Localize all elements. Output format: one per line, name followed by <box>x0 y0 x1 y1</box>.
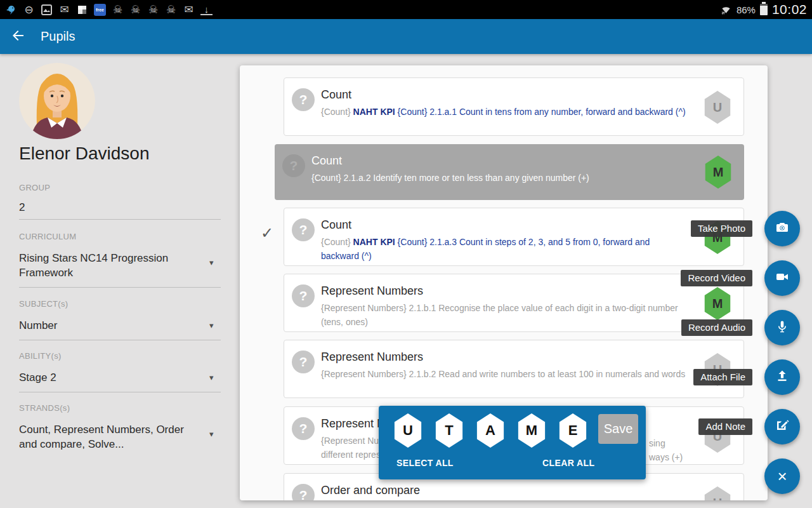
ability-label: ABILITY(s) <box>19 351 62 361</box>
monster-icon: ☠ <box>112 4 124 16</box>
add-note-tooltip: Add Note <box>698 418 752 435</box>
pupil-name: Elenor Davidson <box>19 144 149 164</box>
assessment-title: Count <box>321 87 702 102</box>
add-note-button[interactable] <box>764 409 800 444</box>
statement-fragment: ways (+) <box>649 450 683 464</box>
divider <box>19 392 221 392</box>
assessment-description: {Represent Numbers} 2.1.b.1 Recognise th… <box>321 301 702 329</box>
pupil-avatar <box>19 63 95 139</box>
chevron-down-icon: ▾ <box>209 321 214 330</box>
take-photo-button[interactable] <box>764 211 800 246</box>
twitter-bird-icon <box>5 4 17 16</box>
curriculum-select[interactable]: Rising Stars NC14 Progression Framework <box>19 251 203 280</box>
page-title: Pupils <box>41 29 75 44</box>
question-mark-icon[interactable]: ? <box>292 284 315 307</box>
save-button[interactable]: Save <box>598 414 638 444</box>
kpi-tag: NAHT KPI <box>353 107 398 117</box>
assessment-row[interactable]: ? Count {Count} NAHT KPI {Count} 2.1.a.1… <box>284 77 744 136</box>
email-badge-icon: ✉ <box>183 4 195 16</box>
question-mark-icon[interactable]: ? <box>292 218 315 241</box>
clear-all-button[interactable]: CLEAR ALL <box>542 458 594 468</box>
assessment-description: {Count} NAHT KPI {Count} 2.1.a.1 Count i… <box>321 105 702 119</box>
question-mark-icon[interactable]: ? <box>292 88 315 111</box>
monster-icon: ☠ <box>129 4 141 16</box>
question-mark-icon[interactable]: ? <box>292 417 315 440</box>
select-all-button[interactable]: SELECT ALL <box>396 458 454 468</box>
assessment-row[interactable]: ? Represent Numbers {Represent Numbers} … <box>284 274 744 332</box>
monster-icon: ☠ <box>165 4 177 16</box>
record-video-button[interactable] <box>764 260 800 296</box>
attach-file-button[interactable] <box>764 359 800 395</box>
assessment-row-selected[interactable]: ? Count {Count} 2.1.a.2 Identify ten mor… <box>275 144 744 200</box>
assessment-title: Order and compare <box>321 483 702 498</box>
strand-tag: {Count} <box>321 107 353 117</box>
chevron-down-icon: ▾ <box>209 258 214 267</box>
statement-text: {Represent Numbers} 2.1.b.1 Recognise th… <box>321 303 678 327</box>
grade-select-popup: U T A M E Save SELECT ALL CLEAR ALL <box>379 406 646 479</box>
app-bar: Pupils <box>0 19 812 54</box>
grade-option-u[interactable]: U <box>393 413 423 448</box>
divider <box>19 340 221 340</box>
ability-select[interactable]: Stage 2 <box>19 370 203 385</box>
close-actions-button[interactable]: × <box>764 458 800 494</box>
question-mark-icon[interactable]: ? <box>282 154 305 177</box>
email-icon: ✉ <box>58 4 70 16</box>
assessment-description: {Represent Numbers} 2.1.b.2 Read and wri… <box>321 367 702 381</box>
record-audio-button[interactable] <box>764 310 800 345</box>
group-value: 2 <box>19 200 203 215</box>
battery-percent: 86% <box>737 4 756 15</box>
assessment-title: Represent Numbers <box>321 349 702 364</box>
blocked-icon: ⊖ <box>23 4 35 16</box>
compose-icon <box>775 418 790 436</box>
grade-option-e[interactable]: E <box>558 413 588 448</box>
notification-icons: ⊖ ✉ free ☠ ☠ ☠ ☠ ✉ ↓ <box>5 4 213 16</box>
subject-select[interactable]: Number <box>19 318 203 333</box>
assessment-title: Represent Numbers <box>321 283 702 298</box>
record-video-tooltip: Record Video <box>681 270 752 286</box>
microphone-icon <box>775 319 790 337</box>
statement-text: {Count} 2.1.a.2 Identify ten more or ten… <box>311 173 589 183</box>
attach-file-tooltip: Attach File <box>693 369 752 385</box>
curriculum-label: CURRICULUM <box>19 232 76 241</box>
assessment-description: {Count} 2.1.a.2 Identify ten more or ten… <box>311 171 692 185</box>
status-bar: ⊖ ✉ free ☠ ☠ ☠ ☠ ✉ ↓ 86% 10:02 <box>0 0 812 19</box>
assessment-row[interactable]: ? Represent Numbers {Represent Numbers} … <box>284 340 744 398</box>
group-label: GROUP <box>19 183 50 192</box>
clock: 10:02 <box>772 2 807 17</box>
strands-label: STRANDS(s) <box>19 403 70 413</box>
wifi-icon <box>720 4 732 16</box>
chevron-down-icon: ▾ <box>209 429 214 439</box>
selected-check-icon: ✓ <box>261 224 273 242</box>
statement-text: {Count} 2.1.a.1 Count in tens from any n… <box>398 107 686 117</box>
upload-icon <box>775 368 790 386</box>
assessment-row[interactable]: ? Count {Count} NAHT KPI {Count} 2.1.a.3… <box>284 208 744 266</box>
divider <box>19 219 221 220</box>
back-arrow-icon <box>10 28 25 46</box>
statement-text: {Represent Numbers} 2.1.b.2 Read and wri… <box>321 369 685 379</box>
grade-option-a[interactable]: A <box>475 413 506 448</box>
back-button[interactable] <box>0 19 36 54</box>
grade-option-m[interactable]: M <box>516 413 547 448</box>
freebooks-icon: free <box>94 4 106 16</box>
strand-tag: {Count} <box>321 237 353 247</box>
assessment-title: Count <box>321 217 689 232</box>
divider <box>19 287 221 288</box>
flipboard-icon <box>76 4 88 16</box>
question-mark-icon[interactable]: ? <box>292 351 315 373</box>
camera-icon <box>775 220 790 237</box>
assessment-title: Count <box>311 153 692 168</box>
chevron-down-icon: ▾ <box>209 373 214 382</box>
statement-fragment: sing <box>649 436 665 450</box>
question-mark-icon[interactable]: ? <box>292 484 315 500</box>
battery-icon <box>760 4 768 15</box>
record-audio-tooltip: Record Audio <box>681 319 752 336</box>
download-icon: ↓ <box>200 4 213 15</box>
strands-select[interactable]: Count, Represent Numbers, Order and comp… <box>19 422 203 451</box>
subject-label: SUBJECT(s) <box>19 299 68 309</box>
kpi-tag: NAHT KPI <box>353 237 398 247</box>
video-camera-icon <box>775 269 790 287</box>
close-icon: × <box>777 468 787 485</box>
grade-option-t[interactable]: T <box>434 413 464 448</box>
monster-icon: ☠ <box>147 4 159 16</box>
assessment-description: {Count} NAHT KPI {Count} 2.1.a.3 Count i… <box>321 235 689 263</box>
